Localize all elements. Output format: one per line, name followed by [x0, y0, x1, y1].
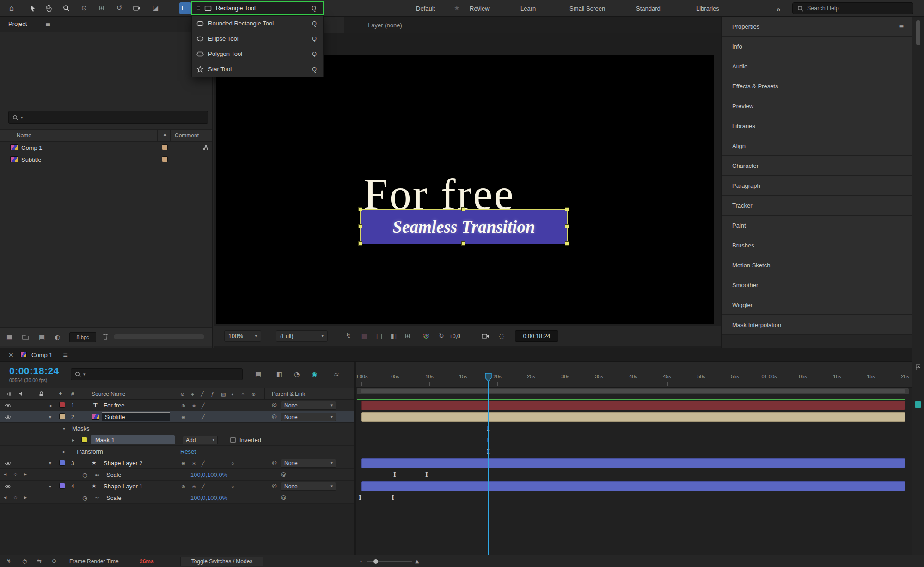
- draft-3d-icon[interactable]: ◧: [276, 371, 282, 377]
- project-item-name[interactable]: Comp 1: [21, 144, 43, 151]
- workspace-tab-learn[interactable]: Learn: [520, 5, 536, 12]
- playhead-handle[interactable]: [485, 373, 492, 382]
- hand-tool-icon[interactable]: [45, 5, 52, 12]
- panel-item-properties[interactable]: Properties ≡: [722, 17, 912, 37]
- playhead-line[interactable]: [488, 381, 489, 555]
- layer-row-for-free[interactable]: ▸ 1 T For free ⊕ ∗ ╱ @ None ▾: [0, 400, 354, 411]
- pickwhip-icon[interactable]: @: [281, 472, 286, 477]
- add-keyframe-icon[interactable]: ◇: [14, 495, 17, 499]
- scale-property-row-sl2[interactable]: ◀ ◇ ▶ ◷ ≈ Scale 100,0,100,0% @: [0, 469, 354, 481]
- project-search-box[interactable]: ▾: [8, 111, 208, 124]
- parent-link-column-header[interactable]: Parent & Link: [272, 391, 305, 397]
- panel-item-smoother[interactable]: Smoother: [722, 275, 912, 295]
- chevron-down-icon[interactable]: ▾: [49, 415, 51, 419]
- chevron-right-icon[interactable]: ▸: [50, 403, 52, 408]
- tool-menu-item-rectangle[interactable]: Rectangle Tool Q: [191, 1, 324, 15]
- chevron-down-icon[interactable]: ▾: [49, 484, 51, 489]
- label-column-icon[interactable]: ♦: [163, 133, 167, 138]
- project-panel-header[interactable]: Project ≡: [0, 17, 212, 32]
- inverted-label[interactable]: Inverted: [239, 437, 261, 444]
- user-status-icon[interactable]: ⊙: [52, 558, 56, 564]
- composition-canvas[interactable]: For free Seamless Transition: [216, 55, 714, 324]
- selection-handle[interactable]: [565, 207, 569, 211]
- scrollbar-thumb[interactable]: [916, 20, 920, 45]
- resolution-dropdown[interactable]: (Full) ▾: [276, 330, 328, 342]
- selection-handle[interactable]: [565, 224, 569, 228]
- orbit-camera-tool-icon[interactable]: ⊙: [81, 5, 87, 11]
- label-color-chip[interactable]: [59, 460, 65, 466]
- cache-status-icon[interactable]: ◔: [22, 558, 27, 564]
- parent-dropdown[interactable]: None ▾: [281, 401, 336, 410]
- scale-property-row-sl1[interactable]: ◀ ◇ ▶ ◷ ≈ Scale 100,0,100,0% @: [0, 492, 354, 504]
- selection-handle[interactable]: [565, 241, 569, 246]
- layer-name[interactable]: Shape Layer 1: [104, 483, 143, 490]
- selection-handle[interactable]: [358, 207, 362, 211]
- column-comment[interactable]: Comment: [175, 132, 199, 139]
- switch-blend-icon[interactable]: ∗: [192, 403, 196, 409]
- panel-item-libraries[interactable]: Libraries: [722, 116, 912, 136]
- next-keyframe-icon[interactable]: ▶: [24, 473, 27, 476]
- source-name-column-header[interactable]: Source Name: [92, 391, 125, 397]
- trash-icon[interactable]: [103, 333, 108, 340]
- selection-handle[interactable]: [358, 224, 362, 228]
- next-keyframe-icon[interactable]: ▶: [24, 496, 27, 499]
- masks-group-row[interactable]: ▾ Masks: [0, 423, 354, 434]
- parent-dropdown[interactable]: None ▾: [281, 482, 336, 491]
- panel-item-audio[interactable]: Audio: [722, 56, 912, 76]
- composition-mini-flowchart-icon[interactable]: ▤: [255, 371, 261, 377]
- tool-menu-item-polygon[interactable]: Polygon Tool Q: [192, 46, 323, 62]
- timeline-zoom-slider-knob[interactable]: [373, 559, 378, 564]
- transform-label[interactable]: Transform: [76, 448, 103, 455]
- timeline-tab-label[interactable]: Comp 1: [31, 351, 53, 358]
- tool-menu-item-star[interactable]: Star Tool Q: [192, 62, 323, 77]
- pickwhip-icon[interactable]: @: [272, 402, 277, 407]
- new-folder-icon[interactable]: [22, 334, 29, 340]
- index-column-header[interactable]: #: [71, 391, 74, 397]
- workspace-overflow-chevron[interactable]: »: [777, 5, 780, 13]
- rotate-tool-icon[interactable]: ↺: [116, 5, 122, 12]
- column-name[interactable]: Name: [17, 132, 31, 139]
- chevron-down-icon[interactable]: ▾: [49, 461, 51, 466]
- layer-row-shape-layer-2[interactable]: ▾ 3 ★ Shape Layer 2 ⊕ ∗ ╱ ○ @ None ▾: [0, 457, 354, 469]
- switch-quality-icon[interactable]: ╱: [202, 484, 205, 490]
- magnification-dropdown[interactable]: 100% ▾: [224, 330, 261, 342]
- layer-name-edit-box[interactable]: Subtitle: [102, 412, 170, 421]
- switch-blend-icon[interactable]: ∗: [192, 484, 196, 490]
- workspace-tab-default[interactable]: Default: [416, 5, 435, 12]
- workspace-tab-standard[interactable]: Standard: [636, 5, 661, 12]
- viewer-timecode-box[interactable]: 0:00:18:24: [515, 330, 558, 342]
- canvas-subtitle-text[interactable]: Seamless Transition: [392, 217, 535, 237]
- scale-value[interactable]: 100,0,100,0%: [190, 494, 227, 501]
- switch-3d-icon[interactable]: ⊕: [181, 414, 185, 420]
- zoom-in-mountain-icon[interactable]: ▲: [415, 559, 419, 564]
- mask-row[interactable]: ▸ Mask 1 Add ▾ Inverted: [0, 434, 354, 446]
- chevron-right-icon[interactable]: ▸: [63, 450, 65, 454]
- mask-color-chip[interactable]: [81, 437, 87, 443]
- switch-3d-icon[interactable]: ⊕: [181, 403, 185, 409]
- panel-item-align[interactable]: Align: [722, 136, 912, 156]
- panel-item-effects-presets[interactable]: Effects & Presets: [722, 76, 912, 96]
- workspace-tab-libraries[interactable]: Libraries: [696, 5, 719, 12]
- adjust-icon[interactable]: ◐: [55, 334, 60, 340]
- switch-blend-icon[interactable]: ∗: [192, 461, 196, 467]
- flowchart-icon[interactable]: [202, 145, 209, 150]
- parent-dropdown[interactable]: None ▾: [281, 413, 336, 421]
- switch-3d-icon[interactable]: ⊕: [181, 461, 185, 467]
- fast-previews-icon[interactable]: ↯: [346, 333, 351, 339]
- reset-exposure-icon[interactable]: ↻: [439, 333, 444, 339]
- home-icon[interactable]: ⌂: [9, 5, 14, 12]
- label-color-chip[interactable]: [59, 413, 65, 419]
- workspace-tab-review[interactable]: Review: [470, 5, 490, 12]
- new-composition-icon[interactable]: ▤: [39, 334, 45, 340]
- audio-column-icon[interactable]: [18, 391, 24, 396]
- hide-shy-layers-icon[interactable]: ◔: [294, 371, 300, 377]
- close-icon[interactable]: ×: [8, 351, 14, 358]
- star-toggle-icon[interactable]: ★: [454, 5, 460, 11]
- transparency-grid-icon[interactable]: ▦: [361, 333, 367, 339]
- panel-item-tracker[interactable]: Tracker: [722, 196, 912, 216]
- label-color-chip[interactable]: [162, 144, 168, 150]
- keyframe-marker[interactable]: I: [359, 494, 361, 502]
- scale-label[interactable]: Scale: [106, 471, 122, 478]
- switch-motion-blur-icon[interactable]: ○: [231, 461, 234, 466]
- chevron-down-icon[interactable]: ▾: [63, 426, 65, 431]
